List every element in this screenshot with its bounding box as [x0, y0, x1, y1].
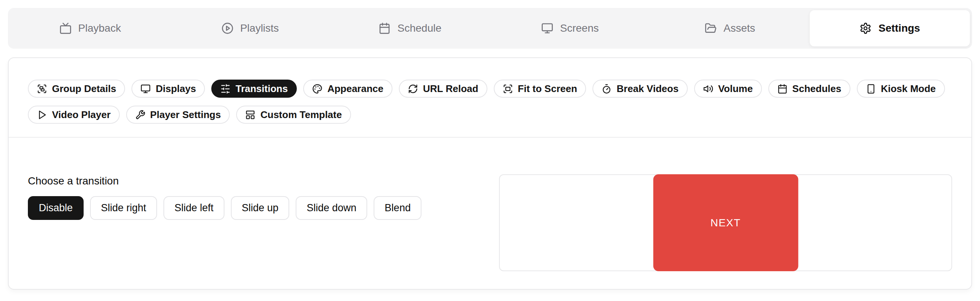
pill-label: Fit to Screen — [518, 83, 577, 94]
tab-screens[interactable]: Screens — [490, 10, 650, 46]
next-label: NEXT — [710, 217, 741, 229]
transition-option-slide-left[interactable]: Slide left — [164, 196, 224, 220]
transition-preview: NEXT — [499, 174, 952, 271]
pill-label: Group Details — [52, 83, 116, 94]
pill-url-reload[interactable]: URL Reload — [399, 80, 487, 98]
pill-displays[interactable]: Displays — [132, 80, 205, 98]
pill-appearance[interactable]: Appearance — [303, 80, 393, 98]
fullscreen-icon — [503, 84, 513, 94]
pill-label: Player Settings — [150, 109, 221, 121]
tab-playlists[interactable]: Playlists — [170, 10, 330, 46]
folder-open-icon — [705, 22, 717, 34]
tv-icon — [59, 22, 72, 34]
top-nav: Playback Playlists Schedule Screens Asse… — [8, 8, 972, 49]
gear-icon — [859, 22, 872, 34]
pill-label: Volume — [718, 83, 753, 94]
group-icon — [37, 84, 47, 94]
pill-label: Kiosk Mode — [881, 83, 936, 94]
tab-label: Playback — [78, 22, 121, 34]
pill-player-settings[interactable]: Player Settings — [126, 106, 230, 124]
pill-label: Custom Template — [260, 109, 342, 121]
tab-label: Playlists — [240, 22, 279, 34]
calendar-icon — [379, 22, 391, 34]
pill-fit-to-screen[interactable]: Fit to Screen — [494, 80, 586, 98]
monitor-icon — [541, 22, 553, 34]
pill-schedules[interactable]: Schedules — [768, 80, 850, 98]
pill-label: URL Reload — [423, 83, 478, 94]
calendar-icon — [777, 84, 788, 94]
transition-option-slide-right[interactable]: Slide right — [90, 196, 157, 220]
transition-section: Choose a transition Disable Slide right … — [9, 138, 971, 271]
pill-label: Schedules — [792, 83, 842, 94]
transition-option-blend[interactable]: Blend — [374, 196, 422, 220]
pill-volume[interactable]: Volume — [694, 80, 762, 98]
pill-label: Appearance — [327, 83, 383, 94]
section-heading: Choose a transition — [28, 175, 499, 187]
layout-template-icon — [245, 110, 255, 120]
smartphone-icon — [866, 84, 876, 94]
tab-settings[interactable]: Settings — [810, 10, 970, 46]
pill-group-details[interactable]: Group Details — [28, 80, 125, 98]
transition-option-slide-down[interactable]: Slide down — [296, 196, 367, 220]
pill-video-player[interactable]: Video Player — [28, 106, 120, 124]
refresh-icon — [408, 84, 418, 94]
pill-label: Video Player — [52, 109, 111, 121]
page: Playback Playlists Schedule Screens Asse… — [0, 0, 980, 290]
pill-label: Displays — [156, 83, 196, 94]
pill-label: Break Videos — [617, 83, 678, 94]
transition-preview-next-slide: NEXT — [653, 174, 798, 271]
tab-label: Settings — [878, 22, 920, 34]
play-icon — [37, 110, 47, 120]
pill-break-videos[interactable]: Break Videos — [592, 80, 687, 98]
palette-icon — [312, 84, 322, 94]
transition-option-disable[interactable]: Disable — [28, 196, 84, 220]
tab-label: Assets — [724, 22, 755, 34]
play-circle-icon — [221, 22, 234, 34]
timer-icon — [601, 84, 612, 94]
monitor-icon — [140, 84, 151, 94]
tab-schedule[interactable]: Schedule — [330, 10, 490, 46]
transition-option-slide-up[interactable]: Slide up — [231, 196, 290, 220]
pill-custom-template[interactable]: Custom Template — [236, 106, 351, 124]
volume-icon — [703, 84, 713, 94]
settings-pill-nav: Group Details Displays Transitions Appea… — [9, 58, 971, 138]
pill-label: Transitions — [235, 83, 288, 94]
settings-card: Group Details Displays Transitions Appea… — [8, 57, 972, 290]
tab-playback[interactable]: Playback — [10, 10, 170, 46]
pill-transitions[interactable]: Transitions — [211, 80, 297, 98]
tab-label: Screens — [560, 22, 599, 34]
sliders-icon — [220, 84, 231, 94]
tab-assets[interactable]: Assets — [650, 10, 810, 46]
pill-kiosk-mode[interactable]: Kiosk Mode — [857, 80, 945, 98]
tab-label: Schedule — [397, 22, 441, 34]
wrench-icon — [135, 110, 145, 120]
transition-chooser: Choose a transition Disable Slide right … — [28, 174, 499, 220]
transition-options: Disable Slide right Slide left Slide up … — [28, 196, 499, 220]
